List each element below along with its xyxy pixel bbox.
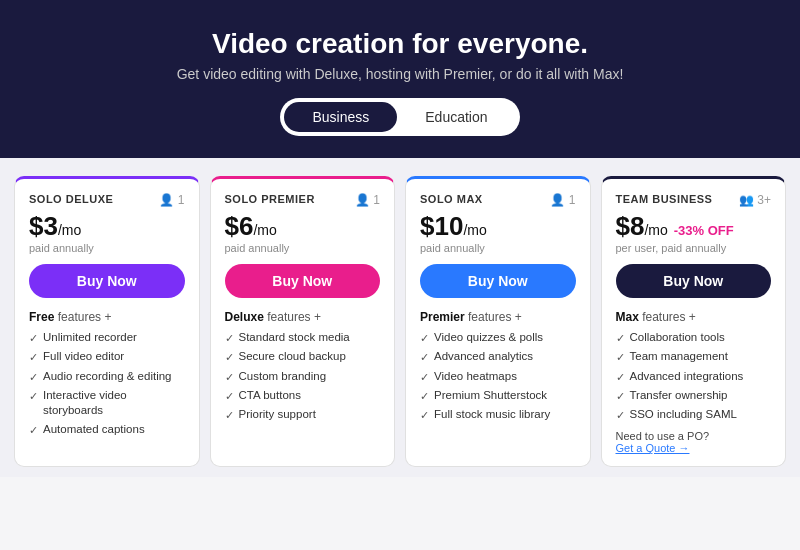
card-icon: 👤 1 (355, 193, 380, 207)
card-period: /mo (644, 222, 667, 238)
feature-item: ✓ Unlimited recorder (29, 330, 185, 345)
feature-item: ✓ Secure cloud backup (225, 349, 381, 364)
card-billing: paid annually (29, 242, 185, 254)
feature-item: ✓ Custom branding (225, 369, 381, 384)
card-header: SOLO PREMIER 👤 1 (225, 193, 381, 207)
card-header: SOLO DELUXE 👤 1 (29, 193, 185, 207)
feature-text: Transfer ownership (630, 388, 728, 403)
feature-text: Advanced analytics (434, 349, 533, 364)
check-icon: ✓ (420, 331, 429, 345)
feature-item: ✓ Collaboration tools (616, 330, 772, 345)
feature-text: Video quizzes & polls (434, 330, 543, 345)
feature-item: ✓ Advanced integrations (616, 369, 772, 384)
feature-item: ✓ Transfer ownership (616, 388, 772, 403)
feature-text: Interactive video storyboards (43, 388, 185, 418)
feature-item: ✓ Advanced analytics (420, 349, 576, 364)
features-label: Max features + (616, 310, 772, 324)
feature-item: ✓ Premium Shutterstock (420, 388, 576, 403)
card-period: /mo (58, 222, 81, 238)
feature-item: ✓ Standard stock media (225, 330, 381, 345)
check-icon: ✓ (29, 423, 38, 437)
po-section: Need to use a PO? Get a Quote → (616, 430, 772, 454)
card-title: SOLO PREMIER (225, 193, 315, 205)
check-icon: ✓ (420, 408, 429, 422)
check-icon: ✓ (225, 389, 234, 403)
check-icon: ✓ (616, 350, 625, 364)
feature-text: Advanced integrations (630, 369, 744, 384)
card-period: /mo (253, 222, 276, 238)
feature-item: ✓ Priority support (225, 407, 381, 422)
check-icon: ✓ (616, 389, 625, 403)
card-header: TEAM BUSINESS 👥 3+ (616, 193, 772, 207)
card-price: $6/mo (225, 211, 381, 242)
card-icon: 👥 3+ (739, 193, 771, 207)
buy-button-premier[interactable]: Buy Now (225, 264, 381, 298)
check-icon: ✓ (29, 370, 38, 384)
feature-item: ✓ SSO including SAML (616, 407, 772, 422)
check-icon: ✓ (225, 408, 234, 422)
feature-item: ✓ CTA buttons (225, 388, 381, 403)
card-price: $8/mo (616, 211, 668, 242)
check-icon: ✓ (29, 389, 38, 403)
card-max: SOLO MAX 👤 1 $10/mo paid annually Buy No… (405, 176, 591, 467)
card-period: /mo (463, 222, 486, 238)
feature-text: Audio recording & editing (43, 369, 172, 384)
po-link[interactable]: Get a Quote → (616, 442, 690, 454)
card-header: SOLO MAX 👤 1 (420, 193, 576, 207)
feature-text: Secure cloud backup (239, 349, 346, 364)
feature-item: ✓ Team management (616, 349, 772, 364)
card-billing: paid annually (420, 242, 576, 254)
feature-text: Unlimited recorder (43, 330, 137, 345)
toggle-business[interactable]: Business (284, 102, 397, 132)
feature-text: Premium Shutterstock (434, 388, 547, 403)
feature-item: ✓ Audio recording & editing (29, 369, 185, 384)
feature-item: ✓ Automated captions (29, 422, 185, 437)
feature-item: ✓ Full video editor (29, 349, 185, 364)
feature-text: Full video editor (43, 349, 124, 364)
check-icon: ✓ (616, 370, 625, 384)
hero-section: Video creation for everyone. Get video e… (0, 0, 800, 158)
check-icon: ✓ (420, 389, 429, 403)
check-icon: ✓ (420, 350, 429, 364)
card-billing: paid annually (225, 242, 381, 254)
po-text: Need to use a PO? (616, 430, 710, 442)
feature-item: ✓ Full stock music library (420, 407, 576, 422)
pricing-cards: SOLO DELUXE 👤 1 $3/mo paid annually Buy … (0, 158, 800, 477)
card-billing: per user, paid annually (616, 242, 772, 254)
card-title: SOLO MAX (420, 193, 483, 205)
features-label: Premier features + (420, 310, 576, 324)
check-icon: ✓ (616, 408, 625, 422)
check-icon: ✓ (29, 350, 38, 364)
card-icon: 👤 1 (550, 193, 575, 207)
check-icon: ✓ (29, 331, 38, 345)
feature-text: Collaboration tools (630, 330, 725, 345)
card-price: $3/mo (29, 211, 185, 242)
feature-item: ✓ Interactive video storyboards (29, 388, 185, 418)
card-icon: 👤 1 (159, 193, 184, 207)
feature-text: Custom branding (239, 369, 327, 384)
feature-text: Standard stock media (239, 330, 350, 345)
feature-item: ✓ Video quizzes & polls (420, 330, 576, 345)
card-discount: -33% OFF (674, 223, 734, 238)
features-label: Free features + (29, 310, 185, 324)
toggle-education[interactable]: Education (397, 102, 515, 132)
buy-button-max[interactable]: Buy Now (420, 264, 576, 298)
plan-toggle: Business Education (280, 98, 519, 136)
buy-button-team[interactable]: Buy Now (616, 264, 772, 298)
feature-text: Priority support (239, 407, 316, 422)
feature-text: Team management (630, 349, 728, 364)
feature-text: Video heatmaps (434, 369, 517, 384)
card-deluxe: SOLO DELUXE 👤 1 $3/mo paid annually Buy … (14, 176, 200, 467)
check-icon: ✓ (225, 370, 234, 384)
feature-item: ✓ Video heatmaps (420, 369, 576, 384)
buy-button-deluxe[interactable]: Buy Now (29, 264, 185, 298)
hero-title: Video creation for everyone. (20, 28, 780, 60)
check-icon: ✓ (420, 370, 429, 384)
hero-subtitle: Get video editing with Deluxe, hosting w… (20, 66, 780, 82)
feature-text: Full stock music library (434, 407, 550, 422)
feature-text: Automated captions (43, 422, 145, 437)
check-icon: ✓ (616, 331, 625, 345)
feature-text: SSO including SAML (630, 407, 737, 422)
card-title: SOLO DELUXE (29, 193, 113, 205)
card-title: TEAM BUSINESS (616, 193, 713, 205)
